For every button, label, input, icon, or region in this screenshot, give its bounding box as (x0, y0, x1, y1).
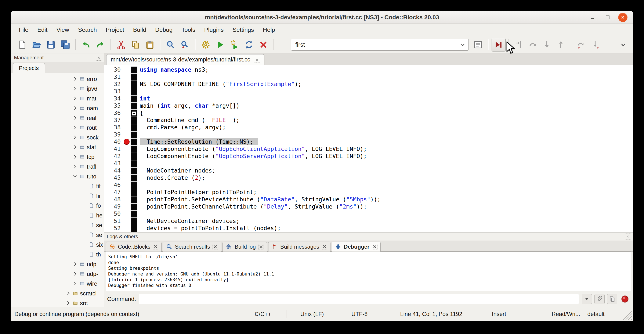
menu-edit[interactable]: Edit (33, 25, 52, 35)
menu-project[interactable]: Project (101, 25, 128, 35)
tab-code-blocks[interactable]: Code::Blocks (106, 242, 162, 251)
step-into-instruction-button[interactable] (588, 38, 602, 52)
breakpoint-margin[interactable] (123, 153, 131, 160)
tree-item-wire[interactable]: wire (11, 279, 104, 289)
management-close-button[interactable] (96, 55, 102, 61)
breakpoint-margin[interactable] (123, 95, 131, 102)
logs-close-button[interactable] (625, 233, 631, 239)
rebuild-button[interactable] (242, 38, 256, 52)
breakpoint-margin[interactable] (123, 174, 131, 181)
code-editor[interactable]: 30using namespace ns3;3132NS_LOG_COMPONE… (104, 65, 633, 232)
breakpoint-margin[interactable] (123, 102, 131, 109)
redo-button[interactable] (93, 38, 108, 52)
log-tab-close-button[interactable] (153, 244, 158, 249)
next-line-button[interactable] (526, 38, 540, 52)
breakpoint-margin[interactable] (123, 145, 131, 153)
chevron-right-icon[interactable] (72, 106, 78, 111)
chevron-right-icon[interactable] (72, 145, 78, 150)
chevron-right-icon[interactable] (72, 135, 78, 140)
menu-plugins[interactable]: Plugins (200, 25, 228, 35)
breakpoint-margin[interactable] (123, 73, 131, 81)
breakpoint-margin[interactable] (123, 196, 131, 203)
tree-item-real[interactable]: real (11, 113, 104, 123)
copy-button[interactable] (128, 38, 143, 52)
fold-marker[interactable] (132, 111, 136, 116)
tree-item-udp-[interactable]: udp- (11, 269, 104, 279)
breakpoint-margin[interactable] (123, 138, 131, 145)
chevron-right-icon[interactable] (66, 300, 71, 306)
build-target-combo[interactable]: first (291, 39, 469, 51)
tree-item-se[interactable]: se (11, 220, 104, 230)
debug-continue-button[interactable] (492, 38, 506, 52)
build-and-run-button[interactable] (227, 38, 242, 52)
menu-view[interactable]: View (52, 25, 74, 35)
tree-item-rout[interactable]: rout (11, 123, 104, 133)
tree-item-nam[interactable]: nam (11, 103, 104, 113)
next-instruction-button[interactable] (574, 38, 588, 52)
breakpoint-margin[interactable] (123, 167, 131, 174)
breakpoint-margin[interactable] (123, 225, 131, 232)
save-all-button[interactable] (58, 38, 72, 52)
breakpoint-margin[interactable] (123, 189, 131, 196)
log-tab-close-button[interactable] (322, 244, 327, 249)
run-button[interactable] (213, 38, 227, 52)
menu-file[interactable]: File (14, 25, 33, 35)
debugger-command-input[interactable] (139, 294, 579, 304)
replace-button[interactable] (178, 38, 192, 52)
tab-debugger[interactable]: Debugger (332, 242, 381, 251)
menu-help[interactable]: Help (258, 25, 280, 35)
tree-item-th[interactable]: th (11, 250, 104, 259)
resize-grip[interactable] (621, 309, 632, 320)
breakpoint-margin[interactable] (123, 88, 131, 95)
menu-tools[interactable]: Tools (177, 25, 200, 35)
tree-item-mat[interactable]: mat (11, 94, 104, 103)
chevron-right-icon[interactable] (72, 125, 78, 131)
step-out-button[interactable] (554, 38, 568, 52)
breakpoint-margin[interactable] (123, 109, 131, 117)
chevron-down-icon[interactable] (72, 174, 78, 179)
copy-log-button[interactable] (607, 294, 617, 304)
breakpoint-margin[interactable] (123, 117, 131, 124)
breakpoint-margin[interactable] (123, 81, 131, 88)
breakpoint-margin[interactable] (123, 203, 131, 210)
tab-search-results[interactable]: Search results (163, 242, 221, 251)
tree-item-trafl[interactable]: trafl (11, 162, 104, 172)
open-file-button[interactable] (29, 38, 44, 52)
chevron-right-icon[interactable] (72, 115, 78, 121)
new-file-button[interactable] (15, 38, 29, 52)
titlebar[interactable]: mnt/dev/tools/source/ns-3-dev/examples/t… (11, 11, 633, 24)
find-button[interactable] (164, 38, 178, 52)
chevron-right-icon[interactable] (72, 271, 78, 277)
target-options-button[interactable] (471, 38, 485, 52)
tree-item-fo[interactable]: fo (11, 201, 104, 211)
editor-tab-close-button[interactable] (254, 57, 260, 63)
editor-tab-first-cc[interactable]: mnt/dev/tools/source/ns-3-dev/examples/t… (106, 54, 264, 65)
save-button[interactable] (44, 38, 58, 52)
breakpoint-margin[interactable] (123, 217, 131, 225)
menu-build[interactable]: Build (128, 25, 150, 35)
breakpoint-margin[interactable] (123, 131, 131, 138)
log-tab-close-button[interactable] (372, 244, 378, 249)
tree-item-six[interactable]: six (11, 240, 104, 250)
chevron-right-icon[interactable] (66, 291, 71, 296)
chevron-right-icon[interactable] (72, 164, 78, 170)
chevron-down-icon[interactable] (457, 39, 468, 51)
attach-button[interactable] (594, 294, 604, 304)
cut-button[interactable] (114, 38, 128, 52)
menu-search[interactable]: Search (74, 25, 102, 35)
tree-item-se[interactable]: se (11, 230, 104, 240)
tree-item-erro[interactable]: erro (11, 74, 104, 84)
breakpoint-margin[interactable] (123, 210, 131, 217)
tree-item-fir[interactable]: fir (11, 191, 104, 201)
breakpoint-margin[interactable] (123, 124, 131, 131)
step-into-button[interactable] (540, 38, 554, 52)
maximize-button[interactable] (603, 13, 612, 22)
tree-item-he[interactable]: he (11, 211, 104, 220)
chevron-right-icon[interactable] (72, 261, 78, 267)
build-button[interactable] (198, 38, 213, 52)
breakpoint-margin[interactable] (123, 181, 131, 189)
menu-debug[interactable]: Debug (151, 25, 177, 35)
tree-item-src[interactable]: src (11, 298, 104, 307)
chevron-right-icon[interactable] (72, 154, 78, 160)
tab-build-log[interactable]: Build log (222, 242, 267, 251)
